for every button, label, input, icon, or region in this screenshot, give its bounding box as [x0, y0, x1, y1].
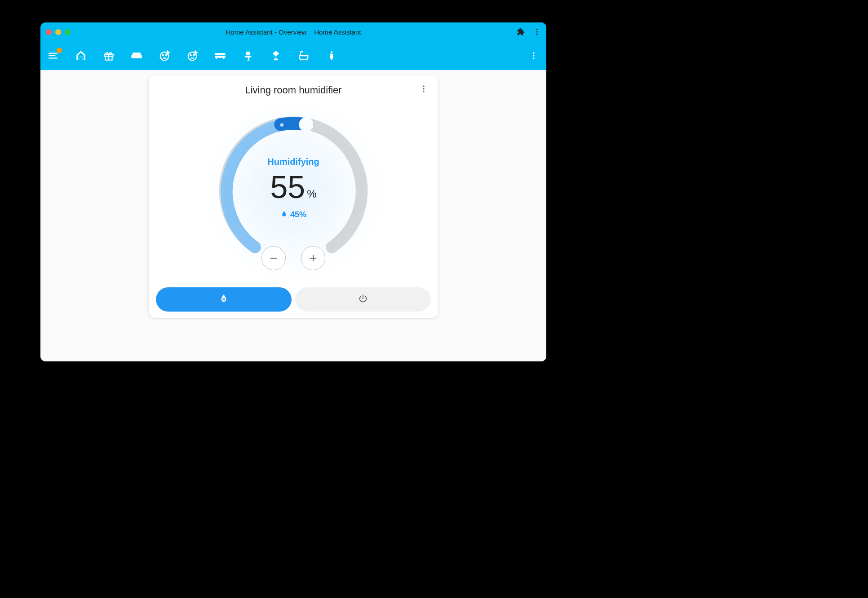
tab-bed[interactable]	[214, 49, 226, 62]
svg-point-23	[299, 117, 313, 132]
gauge-center: Humidifying 55 % 45%	[267, 157, 319, 220]
gauge[interactable]: Humidifying 55 % 45%	[156, 100, 431, 284]
tab-face-1[interactable]	[158, 49, 171, 62]
target-unit: %	[307, 189, 316, 199]
svg-point-0	[536, 29, 538, 30]
tab-gift[interactable]	[102, 49, 115, 62]
tab-home[interactable]	[75, 49, 87, 62]
app-toolbar	[40, 41, 546, 70]
window-controls	[46, 29, 71, 35]
power-icon	[358, 294, 368, 305]
card-more-button[interactable]	[419, 84, 428, 95]
menu-button[interactable]	[47, 49, 59, 62]
app-window: Home Assistant - Overview – Home Assista…	[40, 22, 546, 361]
decrease-button[interactable]	[261, 246, 286, 270]
svg-point-1	[536, 31, 538, 33]
minimize-window-button[interactable]	[55, 29, 61, 35]
target-humidity: 55 %	[270, 171, 316, 203]
svg-point-28	[224, 299, 225, 300]
tab-sofa[interactable]	[130, 49, 143, 62]
svg-point-22	[280, 123, 284, 127]
content-area: Living room humidifier	[40, 70, 546, 361]
svg-point-12	[190, 55, 191, 56]
mode-power-button[interactable]	[295, 287, 431, 312]
svg-point-18	[533, 57, 534, 59]
titlebar-right	[517, 28, 541, 36]
notification-badge	[57, 48, 62, 53]
tab-flower[interactable]	[270, 49, 282, 62]
water-percent-icon	[219, 294, 229, 305]
maximize-window-button[interactable]	[65, 29, 71, 35]
water-drop-icon	[280, 210, 288, 220]
svg-point-21	[423, 91, 424, 92]
svg-point-9	[162, 55, 163, 56]
svg-point-16	[533, 53, 534, 54]
svg-point-10	[165, 55, 166, 56]
tab-face-2[interactable]	[186, 49, 199, 62]
svg-point-2	[536, 34, 538, 35]
humidifier-card: Living room humidifier	[149, 75, 438, 318]
current-humidity-row: 45%	[267, 210, 319, 220]
svg-point-19	[423, 86, 424, 87]
window-title: Home Assistant - Overview – Home Assista…	[40, 28, 546, 36]
mode-row	[156, 287, 431, 312]
mode-humidity-button[interactable]	[156, 287, 292, 312]
card-title: Living room humidifier	[245, 84, 341, 96]
current-humidity-value: 45%	[290, 210, 306, 220]
titlebar: Home Assistant - Overview – Home Assista…	[40, 22, 546, 41]
state-label: Humidifying	[267, 157, 319, 167]
increase-button[interactable]	[301, 246, 325, 270]
svg-point-13	[193, 55, 194, 56]
target-value: 55	[270, 171, 305, 203]
svg-point-20	[423, 88, 424, 89]
tab-bathtub[interactable]	[297, 49, 310, 62]
svg-point-27	[222, 298, 223, 299]
toolbar-overflow-button[interactable]	[527, 49, 540, 62]
svg-point-15	[331, 51, 332, 53]
svg-point-17	[533, 55, 534, 56]
card-header: Living room humidifier	[156, 83, 431, 100]
tab-office-chair[interactable]	[242, 49, 254, 62]
browser-menu-button[interactable]	[533, 28, 541, 36]
tab-person[interactable]	[325, 49, 338, 62]
extensions-icon[interactable]	[517, 28, 525, 36]
adjust-buttons	[261, 246, 325, 270]
close-window-button[interactable]	[46, 29, 52, 35]
